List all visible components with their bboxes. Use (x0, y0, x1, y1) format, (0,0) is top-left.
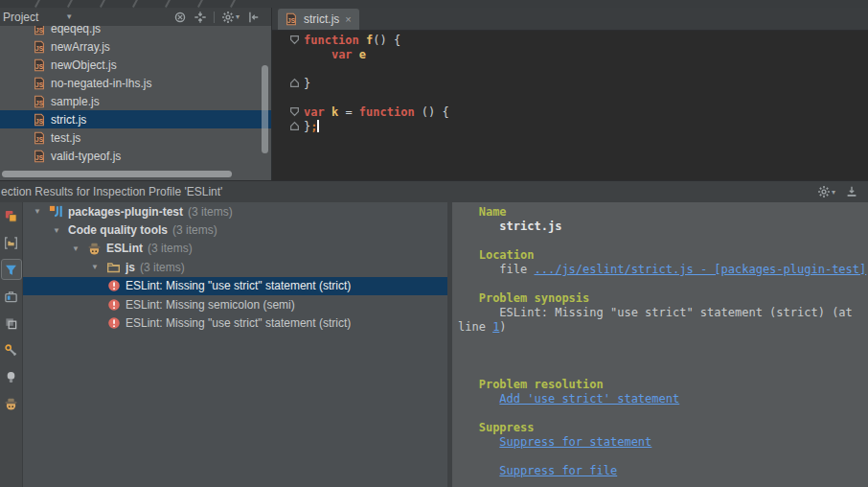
detail-link[interactable]: Suppress for file (499, 464, 617, 477)
hide-panel-icon-button[interactable] (246, 11, 260, 24)
detail-link[interactable]: Suppress for statement (499, 435, 651, 449)
code-line: var e (272, 47, 868, 61)
project-file-row[interactable]: JSno-negated-in-lhs.js (0, 74, 271, 92)
tab-strict-js[interactable]: JS strict.js × (278, 9, 359, 30)
collapse-all-icon (194, 11, 207, 24)
gear-icon-button[interactable]: ▾ (817, 185, 835, 198)
detail-link[interactable]: .../js/eslint/strict.js - [packages-plug… (534, 263, 866, 276)
node-label: packages-plugin-test (68, 205, 183, 219)
project-file-row[interactable]: JSnewObject.js (0, 56, 271, 74)
project-panel-header: Project ▼ ▾ (0, 8, 271, 26)
js-file-icon: JS (33, 150, 46, 163)
js-file-icon: JS (285, 12, 298, 26)
detail-line: Add 'use strict' statement (458, 392, 868, 406)
detail-text: file (499, 263, 534, 276)
node-label: ESLint: Missing semicolon (semi) (126, 298, 295, 312)
svg-text:JS: JS (35, 62, 44, 69)
expand-arrow-icon[interactable]: ▼ (88, 263, 102, 271)
project-file-row[interactable]: JSsample.js (0, 92, 271, 110)
locate-target-icon-button[interactable] (173, 11, 187, 24)
fold-up-icon[interactable] (272, 121, 304, 131)
error-icon (107, 316, 121, 330)
group-by-directory-icon-button[interactable] (1, 232, 22, 253)
inspection-group-row[interactable]: ▼packages-plugin-test(3 items) (23, 202, 447, 220)
inspection-toolbar-stripe (0, 202, 23, 487)
file-name: no-negated-in-lhs.js (51, 77, 151, 90)
breadcrumb-slash (100, 0, 105, 8)
group-by-directory-icon (4, 236, 18, 250)
js-file-icon: JS (33, 131, 46, 145)
inspection-group-row[interactable]: ▼ESLint(3 items) (23, 240, 447, 258)
edit-settings-icon-button[interactable] (1, 339, 22, 360)
fold-up-icon[interactable] (272, 78, 304, 88)
node-label: ESLint: Missing "use strict" statement (… (126, 279, 351, 292)
inspection-header-toolbar: ▾ (817, 185, 868, 198)
detail-line: Suppress for statement (458, 435, 868, 450)
project-toolbar: ▾ (173, 11, 271, 24)
inspection-problem-row[interactable]: ESLint: Missing "use strict" statement (… (23, 277, 447, 295)
code-text: var k = function () { (304, 105, 449, 119)
toolbar-separator (214, 12, 215, 23)
project-file-row[interactable]: JSnewArray.js (0, 37, 271, 56)
section-title: Location (479, 248, 535, 262)
detail-link[interactable]: Add 'use strict' statement (499, 392, 679, 406)
detail-text: ) (499, 320, 506, 334)
inspection-profile-icon-button[interactable] (1, 393, 22, 414)
expand-arrow-icon[interactable]: ▼ (50, 226, 63, 235)
detail-line (458, 277, 868, 291)
expand-arrow-icon[interactable]: ▼ (31, 207, 44, 216)
expand-arrow-icon[interactable]: ▼ (69, 244, 82, 253)
detail-section-header: Location (458, 248, 868, 263)
filter-icon-button[interactable] (1, 259, 22, 280)
svg-text:JS: JS (35, 153, 44, 160)
code-line (272, 90, 868, 104)
detail-line: strict.js (458, 220, 868, 234)
code-line: } (272, 76, 868, 90)
fold-down-icon[interactable] (272, 106, 304, 117)
breadcrumb-slash (165, 0, 171, 8)
editor-area: JS strict.js × function f() { var e}var … (272, 8, 868, 180)
node-label: ESLint: Missing "use strict" statement (… (126, 316, 351, 330)
project-file-row[interactable]: JStest.js (0, 128, 271, 147)
detail-text: line (458, 320, 492, 334)
code-line (272, 61, 868, 76)
inspection-group-row[interactable]: ▼Code quality tools(3 items) (23, 220, 447, 239)
inspection-problem-row[interactable]: ESLint: Missing "use strict" statement (… (23, 313, 447, 332)
tab-close-icon[interactable]: × (345, 13, 351, 25)
preview-icon-button[interactable] (1, 313, 22, 334)
breadcrumb-slash (230, 0, 236, 8)
gear-icon (221, 11, 235, 24)
quickfix-bulb-icon-button[interactable] (1, 366, 22, 387)
svg-text:JS: JS (35, 81, 44, 87)
inspection-results-panel: ection Results for Inspection Profile 'E… (0, 180, 868, 487)
project-file-row[interactable]: JSstrict.js (0, 110, 271, 128)
rerun-inspection-icon (4, 209, 18, 223)
file-name: newObject.js (51, 58, 117, 72)
chevron-down-icon[interactable]: ▼ (65, 12, 73, 21)
inspection-profile-icon (4, 397, 18, 411)
inspection-panel-header: ection Results for Inspection Profile 'E… (0, 181, 868, 203)
detail-line (458, 234, 868, 248)
gear-icon-button[interactable]: ▾ (221, 11, 240, 24)
inspection-group-row[interactable]: ▼js(3 items) (23, 258, 447, 276)
svg-text:JS: JS (35, 135, 44, 142)
tab-label: strict.js (304, 12, 339, 26)
project-tool-window: JSeqeqeq.jsJSnewArray.jsJSnewObject.jsJS… (0, 8, 272, 180)
fold-down-icon[interactable] (272, 35, 304, 45)
project-horizontal-scrollbar[interactable] (2, 171, 232, 177)
group-by-severity-icon-button[interactable] (1, 286, 22, 307)
project-vertical-scrollbar[interactable] (262, 65, 268, 153)
edit-settings-icon (4, 343, 18, 358)
export-icon-button[interactable] (845, 185, 858, 198)
detail-line (458, 335, 868, 349)
chevron-down-icon: ▾ (236, 12, 240, 21)
code-editor[interactable]: function f() { var e}var k = function ()… (272, 30, 868, 183)
inspection-problem-row[interactable]: ESLint: Missing semicolon (semi) (23, 295, 447, 313)
project-file-row[interactable]: JSvalid-typeof.js (0, 147, 271, 165)
inspection-panel-body: ▼packages-plugin-test(3 items)▼Code qual… (0, 202, 868, 487)
rerun-inspection-icon-button[interactable] (1, 205, 22, 226)
detail-section-header: Problem resolution (458, 378, 868, 392)
code-text: var e (304, 48, 366, 61)
collapse-all-icon-button[interactable] (194, 11, 207, 24)
code-text: } (304, 77, 310, 90)
